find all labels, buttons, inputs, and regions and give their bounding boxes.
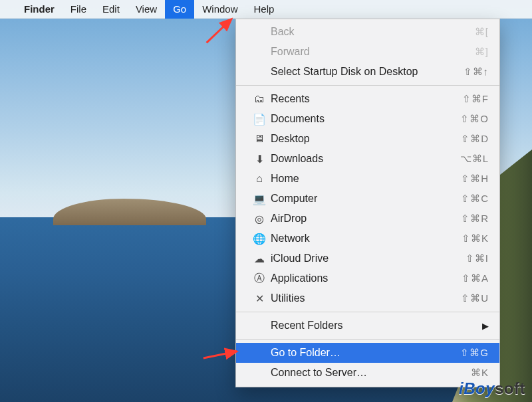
- menu-item-label: Network: [269, 233, 442, 245]
- desktop-icon: 🖥: [249, 133, 269, 145]
- menu-item-network[interactable]: 🌐Network⇧⌘K: [236, 229, 499, 249]
- menu-item-downloads[interactable]: ⬇︎Downloads⌥⌘L: [236, 149, 499, 169]
- go-menu: Back⌘[Forward⌘]Select Startup Disk on De…: [235, 19, 500, 387]
- menu-separator: [236, 312, 499, 312]
- menu-item-shortcut: ⇧⌘D: [442, 133, 489, 145]
- submenu-arrow-icon: ▶: [482, 321, 489, 331]
- menubar-item-view[interactable]: View: [128, 0, 165, 19]
- menu-item-icloud-drive[interactable]: ☁︎iCloud Drive⇧⌘I: [236, 249, 499, 268]
- menu-item-label: Home: [269, 173, 442, 185]
- menu-item-label: Computer: [269, 193, 442, 205]
- menu-item-applications[interactable]: ⒶApplications⇧⌘A: [236, 268, 499, 288]
- menu-item-shortcut: ⇧⌘G: [442, 347, 489, 359]
- menu-item-shortcut: ⇧⌘I: [442, 252, 489, 264]
- menubar-item-go[interactable]: Go: [165, 0, 194, 19]
- menu-item-utilities[interactable]: ✕Utilities⇧⌘U: [236, 288, 499, 308]
- menu-item-shortcut: ⇧⌘F: [442, 93, 489, 105]
- menubar-item-edit[interactable]: Edit: [94, 0, 128, 19]
- svg-line-1: [203, 350, 237, 359]
- menu-item-label: Go to Folder…: [249, 347, 442, 359]
- menu-item-shortcut: ⇧⌘↑: [442, 66, 489, 78]
- menu-item-home[interactable]: ⌂Home⇧⌘H: [236, 169, 499, 189]
- menu-item-label: Recent Folders: [249, 320, 482, 332]
- menu-item-label: Downloads: [269, 153, 442, 165]
- network-icon: 🌐: [249, 233, 269, 245]
- menu-separator: [236, 85, 499, 86]
- menu-item-label: Applications: [269, 272, 442, 284]
- menu-item-recents[interactable]: 🗂Recents⇧⌘F: [236, 89, 499, 109]
- downloads-icon: ⬇︎: [249, 153, 269, 165]
- menu-item-shortcut: ⌘[: [442, 26, 489, 38]
- menu-item-label: Back: [249, 26, 442, 38]
- menu-item-shortcut: ⇧⌘H: [442, 173, 489, 185]
- menu-item-label: Documents: [269, 113, 442, 125]
- menu-item-desktop[interactable]: 🖥Desktop⇧⌘D: [236, 129, 499, 149]
- menu-item-shortcut: ⌥⌘L: [442, 153, 489, 165]
- menu-item-label: Forward: [249, 46, 442, 58]
- menu-item-shortcut: ⇧⌘O: [442, 113, 489, 125]
- watermark-suffix: soft: [495, 379, 525, 397]
- menubar-item-finder[interactable]: Finder: [16, 0, 63, 19]
- menu-item-recent-folders[interactable]: Recent Folders▶: [236, 316, 499, 336]
- annotation-arrow: [202, 346, 243, 362]
- menu-item-shortcut: ⇧⌘R: [442, 213, 489, 225]
- menu-item-back: Back⌘[: [236, 22, 499, 42]
- desktop-wallpaper: FinderFileEditViewGoWindowHelp Back⌘[For…: [0, 0, 532, 402]
- utilities-icon: ✕: [249, 292, 269, 305]
- recents-icon: 🗂: [249, 93, 269, 105]
- menu-item-label: AirDrop: [269, 213, 442, 225]
- menu-item-label: Desktop: [269, 133, 442, 145]
- watermark: iBoysoft: [459, 379, 525, 398]
- menu-item-computer[interactable]: 💻Computer⇧⌘C: [236, 189, 499, 209]
- airdrop-icon: ◎: [249, 213, 269, 225]
- menu-item-shortcut: ⌘K: [442, 367, 489, 379]
- svg-line-0: [202, 19, 236, 43]
- menu-separator: [236, 339, 499, 340]
- menu-item-forward: Forward⌘]: [236, 42, 499, 62]
- watermark-brand: iBoy: [459, 379, 495, 397]
- menu-item-label: Recents: [269, 93, 442, 105]
- menu-item-go-to-folder[interactable]: Go to Folder…⇧⌘G: [236, 343, 499, 363]
- menu-item-shortcut: ⌘]: [442, 46, 489, 58]
- menu-item-shortcut: ⇧⌘U: [442, 292, 489, 304]
- menu-item-shortcut: ⇧⌘C: [442, 193, 489, 205]
- applications-icon: Ⓐ: [249, 272, 269, 286]
- menu-item-label: Utilities: [269, 292, 442, 304]
- menubar-item-file[interactable]: File: [63, 0, 94, 19]
- menubar-item-help[interactable]: Help: [246, 0, 283, 19]
- menu-item-shortcut: ⇧⌘A: [442, 272, 489, 284]
- computer-icon: 💻: [249, 193, 269, 205]
- menu-item-label: Select Startup Disk on Desktop: [249, 66, 442, 78]
- home-icon: ⌂: [249, 173, 269, 185]
- menu-item-select-startup-disk-on-desktop[interactable]: Select Startup Disk on Desktop⇧⌘↑: [236, 62, 499, 82]
- menubar-item-window[interactable]: Window: [194, 0, 245, 19]
- documents-icon: 📄: [249, 113, 269, 126]
- menu-item-documents[interactable]: 📄Documents⇧⌘O: [236, 109, 499, 129]
- menu-item-shortcut: ⇧⌘K: [442, 233, 489, 245]
- icloud-icon: ☁︎: [249, 252, 269, 265]
- menu-item-label: iCloud Drive: [269, 252, 442, 264]
- menubar: FinderFileEditViewGoWindowHelp: [0, 0, 532, 19]
- menu-item-label: Connect to Server…: [249, 367, 442, 379]
- wallpaper-island: [53, 199, 206, 225]
- menu-item-airdrop[interactable]: ◎AirDrop⇧⌘R: [236, 209, 499, 229]
